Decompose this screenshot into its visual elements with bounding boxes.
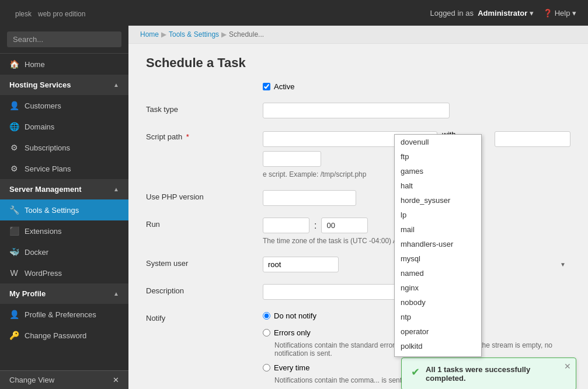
script-path-row: Script path * with arguments e script. E… [146, 130, 570, 178]
sidebar-item-wordpress[interactable]: W WordPress [0, 262, 128, 283]
errors-only-label: Errors only [274, 328, 311, 337]
success-toast: ✔ All 1 tasks were successfully complete… [401, 358, 576, 389]
active-label: Active [274, 82, 294, 91]
sidebar-item-home[interactable]: 🏠 Home [0, 54, 128, 75]
sidebar-item-customers[interactable]: 👤 Customers [0, 95, 128, 116]
dropdown-item[interactable]: lp [395, 208, 481, 222]
php-version-row: Use PHP version [146, 190, 570, 206]
dropdown-item[interactable]: nobody [395, 295, 481, 310]
dropdown-item[interactable]: polkitd [395, 339, 481, 353]
sidebar-item-service-plans[interactable]: ⚙ Service Plans [0, 158, 128, 179]
wordpress-icon: W [9, 268, 19, 278]
sidebar-subscriptions-label: Subscriptions [25, 143, 70, 152]
breadcrumb-tools-settings[interactable]: Tools & Settings [169, 30, 219, 38]
dropdown-item[interactable]: popuser [395, 353, 481, 356]
sidebar-item-profile-preferences[interactable]: 👤 Profile & Preferences [0, 304, 128, 325]
task-type-row: Task type [146, 103, 570, 118]
subscriptions-icon: ⚙ [9, 143, 19, 152]
system-user-row: System user root ▼ [146, 257, 570, 272]
sidebar-search-container [0, 26, 128, 54]
service-plans-icon: ⚙ [9, 164, 19, 173]
change-view-bar[interactable]: Change View ✕ [0, 370, 128, 389]
sidebar-domains-label: Domains [25, 122, 54, 131]
dropdown-item[interactable]: operator [395, 324, 481, 339]
task-type-input[interactable] [263, 103, 450, 118]
sidebar-item-domains[interactable]: 🌐 Domains [0, 116, 128, 137]
dropdown-item[interactable]: named [395, 266, 481, 281]
sidebar-item-change-password[interactable]: 🔑 Change Password [0, 325, 128, 346]
dropdown-item[interactable]: dovenull [395, 135, 481, 149]
search-input[interactable] [7, 31, 121, 47]
sidebar-item-docker[interactable]: 🐳 Docker [0, 241, 128, 262]
script-args-input[interactable] [495, 131, 570, 147]
notify-label: Notify [146, 311, 251, 323]
php-version-input[interactable] [263, 190, 356, 206]
main-layout: 🏠 Home Hosting Services ▲ 👤 Customers 🌐 … [0, 26, 588, 389]
sidebar-server-management-header[interactable]: Server Management ▲ [0, 179, 128, 199]
logo: plesk web pro edition [12, 7, 85, 19]
script-path-label: Script path [146, 132, 182, 141]
tools-settings-icon: 🔧 [9, 205, 19, 215]
success-icon: ✔ [411, 366, 420, 379]
toast-close-button[interactable]: ✕ [564, 362, 571, 371]
sidebar-service-plans-label: Service Plans [25, 164, 71, 173]
active-checkbox[interactable] [263, 83, 270, 90]
sidebar-hosting-services-header[interactable]: Hosting Services ▲ [0, 75, 128, 95]
dropdown-item[interactable]: ntp [395, 310, 481, 324]
dropdown-item[interactable]: games [395, 164, 481, 178]
sidebar-my-profile-header[interactable]: My Profile ▲ [0, 283, 128, 304]
do-not-notify-radio[interactable] [263, 312, 270, 320]
user-dropdown-list: dovenullftpgameshalthorde_sysuserlpmailm… [395, 135, 481, 356]
dropdown-item[interactable]: mhandlers-user [395, 237, 481, 251]
change-view-close-icon[interactable]: ✕ [113, 376, 119, 384]
sidebar-item-subscriptions[interactable]: ⚙ Subscriptions [0, 137, 128, 158]
sidebar-profile-label: Profile & Preferences [25, 310, 96, 319]
logged-in-label: Logged in as Administrator ▾ [430, 9, 534, 17]
description-row: Description [146, 284, 570, 300]
help-link[interactable]: ❓ Help ▾ [543, 9, 576, 17]
run-minutes-input[interactable] [321, 218, 368, 233]
dropdown-item[interactable]: nginx [395, 281, 481, 295]
change-view-label: Change View [9, 376, 54, 384]
run-colon: : [314, 220, 316, 231]
dropdown-item[interactable]: horde_sysuser [395, 193, 481, 208]
sidebar-docker-label: Docker [25, 248, 48, 257]
docker-icon: 🐳 [9, 247, 19, 257]
dropdown-item[interactable]: mail [395, 222, 481, 237]
sidebar-customers-label: Customers [25, 101, 61, 110]
required-star: * [186, 132, 189, 141]
every-time-label: Every time [274, 363, 309, 372]
sidebar: 🏠 Home Hosting Services ▲ 👤 Customers 🌐 … [0, 26, 128, 389]
sidebar-item-tools-settings[interactable]: 🔧 Tools & Settings [0, 199, 128, 220]
sidebar-tools-label: Tools & Settings [25, 206, 79, 215]
run-hour-input[interactable] [263, 218, 309, 233]
sidebar-change-password-label: Change Password [25, 331, 86, 340]
system-user-select[interactable]: root [263, 257, 339, 272]
run-row: Run : The time zone of the task is (UTC … [146, 218, 570, 245]
dropdown-item[interactable]: mysql [395, 251, 481, 266]
sidebar-item-extensions[interactable]: ⬛ Extensions [0, 220, 128, 241]
user-dropdown[interactable]: dovenullftpgameshalthorde_sysuserlpmailm… [394, 134, 482, 357]
content-area: Home ▶ Tools & Settings ▶ Schedule... Sc… [128, 26, 588, 389]
active-checkbox-wrap: Active [263, 82, 570, 91]
sidebar-wordpress-label: WordPress [25, 269, 62, 278]
my-profile-arrow-icon: ▲ [113, 290, 119, 297]
extensions-icon: ⬛ [9, 226, 19, 236]
every-time-radio[interactable] [263, 364, 270, 372]
sidebar-home-label: Home [25, 60, 45, 69]
system-user-label: System user [146, 257, 251, 268]
dropdown-item[interactable]: ftp [395, 149, 481, 164]
sidebar-extensions-label: Extensions [25, 227, 62, 236]
customers-icon: 👤 [9, 101, 19, 110]
script-subpath-input[interactable] [263, 151, 321, 167]
page-title: Schedule a Task [146, 55, 570, 71]
breadcrumb-current: Schedule... [229, 30, 264, 38]
domains-icon: 🌐 [9, 122, 19, 131]
dropdown-item[interactable]: halt [395, 178, 481, 193]
errors-only-radio[interactable] [263, 329, 270, 337]
task-type-label: Task type [146, 103, 251, 114]
run-label: Run [146, 218, 251, 229]
breadcrumb-home[interactable]: Home [140, 30, 159, 38]
active-row: Active [146, 82, 570, 91]
hosting-arrow-icon: ▲ [113, 82, 119, 88]
